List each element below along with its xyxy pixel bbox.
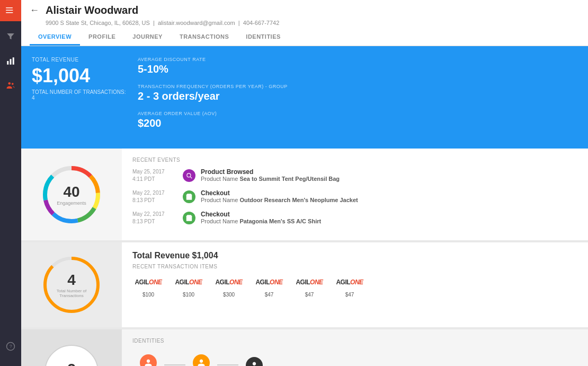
identity-connector-1 bbox=[164, 364, 185, 365]
transaction-price-1: $100 bbox=[142, 292, 154, 298]
transactions-label: Total Number of Transactions bbox=[53, 289, 90, 298]
frequency-value: 2 - 3 orders/year bbox=[138, 90, 577, 102]
chart-bar-icon[interactable] bbox=[0, 50, 21, 74]
transactions-label: TOTAL NUMBER OF TRANSACTIONS: 4 bbox=[32, 89, 127, 101]
agilone-logo-2: AGILONE bbox=[173, 275, 204, 290]
agilone-logo-3: AGILONE bbox=[213, 275, 245, 290]
transaction-items-list: AGILONE $100 AGILONE $100 AGILONE bbox=[132, 275, 577, 298]
svg-line-20 bbox=[190, 177, 192, 178]
svg-point-8 bbox=[12, 83, 14, 85]
svg-rect-1 bbox=[6, 10, 13, 11]
checkout-icon-2 bbox=[183, 212, 195, 224]
discount-label: AVERAGE DISCOUNT RATE bbox=[138, 57, 577, 62]
identity-circle-2 bbox=[193, 354, 210, 366]
identities-donut: 2 Identities bbox=[40, 340, 103, 366]
transaction-price-3: $300 bbox=[223, 292, 235, 298]
identities-count: 2 bbox=[62, 361, 81, 366]
frequency-label: TRANSACTION FREQUENCY (ORDERS PER YEAR) … bbox=[138, 84, 577, 89]
hero-revenue: TOTAL REVENUE $1,004 TOTAL NUMBER OF TRA… bbox=[32, 57, 127, 138]
engagements-right: RECENT EVENTS May 25, 2017 4:11 PDT Prod… bbox=[122, 149, 588, 240]
transaction-items-title: RECENT TRANSACTION ITEMS bbox=[132, 264, 577, 269]
identities-right: IDENTITIES Contact Dedupe Contact Dedupe bbox=[122, 329, 588, 366]
total-revenue-title: Total Revenue $1,004 bbox=[132, 251, 577, 260]
discount-stat: AVERAGE DISCOUNT RATE 5-10% bbox=[138, 57, 577, 75]
tab-journey[interactable]: JOURNEY bbox=[124, 29, 171, 46]
identity-chain: Contact Dedupe Contact Dedupe bbox=[132, 354, 577, 366]
identities-panel: 2 Identities IDENTITIES Contact Dedupe bbox=[21, 329, 588, 366]
event-info-2: Checkout Product Name Outdoor Research M… bbox=[201, 189, 577, 203]
svg-point-19 bbox=[187, 173, 191, 177]
transaction-item: AGILONE $47 bbox=[293, 275, 325, 298]
sidebar-menu-button[interactable] bbox=[0, 0, 21, 21]
revenue-value: $1,004 bbox=[32, 65, 127, 87]
browse-icon bbox=[183, 169, 195, 182]
navigation-tabs: OVERVIEW PROFILE JOURNEY TRANSACTIONS ID… bbox=[30, 29, 580, 46]
tab-profile[interactable]: PROFILE bbox=[80, 29, 124, 46]
discount-value: 5-10% bbox=[138, 63, 577, 75]
agilone-logo-6: AGILONE bbox=[334, 275, 366, 290]
transaction-price-4: $47 bbox=[265, 292, 274, 298]
engagements-label: Engagements bbox=[57, 201, 86, 206]
aov-label: AVERAGE ORDER VALUE (AOV) bbox=[138, 111, 577, 116]
transactions-panel: 4 Total Number of Transactions Total Rev… bbox=[21, 242, 588, 327]
event-date-1: May 25, 2017 4:11 PDT bbox=[132, 168, 177, 183]
frequency-stat: TRANSACTION FREQUENCY (ORDERS PER YEAR) … bbox=[138, 84, 577, 102]
event-info-3: Checkout Product Name Patagonia Men's SS… bbox=[201, 211, 577, 224]
svg-rect-4 bbox=[7, 61, 8, 65]
tab-transactions[interactable]: TRANSACTIONS bbox=[171, 29, 237, 46]
engagements-panel: 40 Engagements RECENT EVENTS May 25, 201… bbox=[21, 149, 588, 240]
transactions-donut: 4 Total Number of Transactions bbox=[40, 253, 103, 317]
event-row: May 25, 2017 4:11 PDT Product Browsed Pr… bbox=[132, 168, 577, 183]
customer-address: 9900 S State St, Chicago, IL, 60628, US bbox=[46, 20, 150, 26]
transaction-item: AGILONE $300 bbox=[213, 275, 245, 298]
identities-section-title: IDENTITIES bbox=[132, 338, 577, 344]
agilone-logo-4: AGILONE bbox=[253, 275, 285, 290]
customer-email: alistair.woodward@gmail.com bbox=[158, 20, 235, 26]
identities-left: 2 Identities bbox=[21, 329, 122, 366]
customer-phone: 404-667-7742 bbox=[243, 20, 280, 26]
engagements-count: 40 bbox=[57, 184, 86, 201]
engagements-left: 40 Engagements bbox=[21, 149, 122, 240]
event-row: May 22, 2017 8:13 PDT Checkout Product N… bbox=[132, 189, 577, 204]
event-date-3: May 22, 2017 8:13 PDT bbox=[132, 211, 177, 225]
identity-node-3: Master Identity bbox=[238, 357, 270, 366]
aov-stat: AVERAGE ORDER VALUE (AOV) $200 bbox=[138, 111, 577, 129]
sidebar: ? bbox=[0, 0, 21, 366]
svg-rect-6 bbox=[13, 57, 14, 65]
customer-details: 9900 S State St, Chicago, IL, 60628, US … bbox=[46, 20, 580, 26]
event-product-1: Product Name Sea to Summit Tent Peg/Uten… bbox=[201, 176, 577, 182]
event-title-1: Product Browsed bbox=[201, 168, 577, 176]
agilone-logo-1: AGILONE bbox=[132, 275, 164, 290]
transaction-price-2: $100 bbox=[183, 292, 194, 298]
people-icon[interactable] bbox=[0, 74, 21, 99]
recent-events-title: RECENT EVENTS bbox=[132, 157, 577, 163]
event-product-3: Product Name Patagonia Men's SS A/C Shir… bbox=[201, 218, 577, 224]
svg-text:?: ? bbox=[10, 344, 12, 349]
identity-node-1: Contact Dedupe bbox=[132, 354, 164, 366]
svg-rect-5 bbox=[10, 59, 12, 65]
event-title-2: Checkout bbox=[201, 189, 577, 197]
svg-point-3 bbox=[13, 7, 15, 10]
hero-stats: AVERAGE DISCOUNT RATE 5-10% TRANSACTION … bbox=[127, 57, 577, 138]
transaction-item: AGILONE $47 bbox=[334, 275, 366, 298]
identity-connector-2 bbox=[217, 364, 238, 365]
agilone-logo-5: AGILONE bbox=[293, 275, 325, 290]
transaction-item: AGILONE $47 bbox=[253, 275, 285, 298]
identity-node-2: Contact Dedupe bbox=[185, 354, 217, 366]
identity-circle-3 bbox=[246, 357, 263, 366]
filter-icon[interactable] bbox=[0, 25, 21, 50]
checkout-icon bbox=[183, 190, 195, 203]
tab-overview[interactable]: OVERVIEW bbox=[30, 29, 80, 46]
help-icon[interactable]: ? bbox=[0, 335, 21, 360]
tab-identities[interactable]: IDENTITIES bbox=[237, 29, 289, 46]
engagements-donut: 40 Engagements bbox=[40, 163, 103, 226]
event-date-2: May 22, 2017 8:13 PDT bbox=[132, 189, 177, 204]
transaction-item: AGILONE $100 bbox=[132, 275, 164, 298]
svg-rect-0 bbox=[6, 7, 13, 8]
back-button[interactable]: ← bbox=[30, 5, 39, 16]
transactions-left: 4 Total Number of Transactions bbox=[21, 242, 122, 327]
scroll-area[interactable]: TOTAL REVENUE $1,004 TOTAL NUMBER OF TRA… bbox=[21, 46, 588, 366]
transactions-count: 4 bbox=[53, 272, 90, 289]
header: ← Alistair Woodward 9900 S State St, Chi… bbox=[21, 0, 588, 46]
main-content: ← Alistair Woodward 9900 S State St, Chi… bbox=[21, 0, 588, 366]
